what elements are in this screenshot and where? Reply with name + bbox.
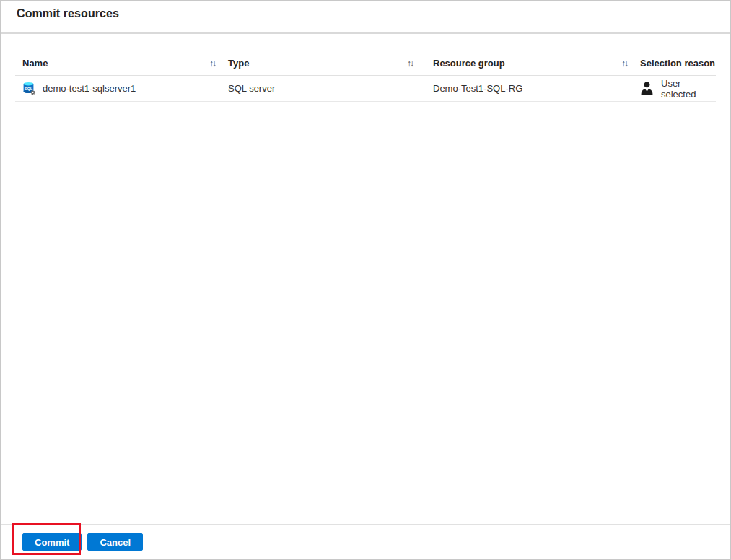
cell-name: SQL demo-test1-sqlserver1 bbox=[15, 81, 228, 96]
sort-icon: ↑↓ bbox=[621, 58, 627, 69]
content-spacer bbox=[1, 102, 730, 524]
footer-bar: Commit Cancel bbox=[1, 524, 730, 559]
column-header-type[interactable]: Type ↑↓ bbox=[228, 58, 433, 69]
table-header-row: Name ↑↓ Type ↑↓ Resource group ↑↓ Select… bbox=[15, 51, 716, 76]
resources-table: Name ↑↓ Type ↑↓ Resource group ↑↓ Select… bbox=[15, 51, 716, 102]
svg-text:SQL: SQL bbox=[25, 87, 33, 91]
cell-selection-reason: User selected bbox=[640, 78, 716, 100]
header-divider bbox=[1, 32, 730, 34]
selection-reason: User selected bbox=[661, 78, 716, 100]
sql-server-icon: SQL bbox=[21, 81, 36, 96]
column-header-name[interactable]: Name ↑↓ bbox=[15, 58, 228, 69]
resource-type: SQL server bbox=[228, 83, 275, 94]
commit-button[interactable]: Commit bbox=[22, 533, 82, 551]
column-header-selection-reason: Selection reason bbox=[640, 58, 716, 69]
panel-header: Commit resources bbox=[1, 1, 730, 32]
column-header-selection-reason-label: Selection reason bbox=[640, 58, 715, 69]
user-person-icon bbox=[640, 82, 654, 95]
commit-resources-panel: Commit resources Name ↑↓ Type ↑↓ Resourc… bbox=[0, 0, 731, 560]
sort-icon: ↑↓ bbox=[407, 58, 413, 69]
column-header-type-label: Type bbox=[228, 58, 249, 69]
cancel-button[interactable]: Cancel bbox=[87, 533, 143, 551]
page-title: Commit resources bbox=[17, 7, 714, 20]
column-header-resource-group-label: Resource group bbox=[433, 58, 505, 69]
column-header-resource-group[interactable]: Resource group ↑↓ bbox=[433, 58, 640, 69]
cell-resource-group: Demo-Test1-SQL-RG bbox=[433, 83, 640, 94]
resource-name: demo-test1-sqlserver1 bbox=[43, 83, 136, 94]
column-header-name-label: Name bbox=[22, 58, 48, 69]
cell-type: SQL server bbox=[228, 83, 433, 94]
resource-group: Demo-Test1-SQL-RG bbox=[433, 83, 522, 94]
table-row: SQL demo-test1-sqlserver1 SQL server Dem… bbox=[15, 76, 716, 102]
sort-icon: ↑↓ bbox=[209, 58, 215, 69]
